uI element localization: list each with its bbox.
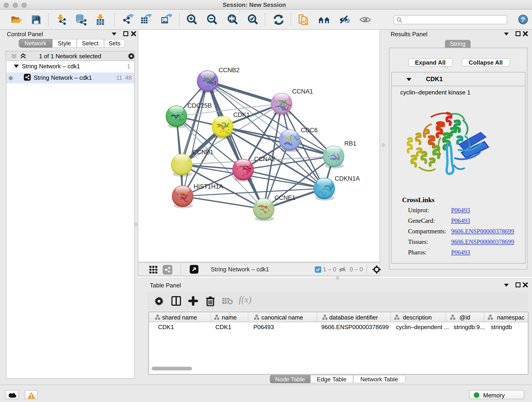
svg-text:CDKN1A: CDKN1A <box>335 175 360 182</box>
svg-text:CDK1: CDK1 <box>233 111 250 118</box>
svg-text:CCNA2: CCNA2 <box>254 156 275 162</box>
svg-text:CCNE1: CCNE1 <box>274 194 296 201</box>
svg-text:RB1: RB1 <box>344 140 356 147</box>
svg-text:CDC6: CDC6 <box>301 127 318 134</box>
svg-text:CCNB1: CCNB1 <box>192 149 214 156</box>
svg-text:HIST1H1A: HIST1H1A <box>194 183 223 190</box>
svg-text:CCNB2: CCNB2 <box>219 67 240 74</box>
svg-text:CCNA1: CCNA1 <box>292 88 313 95</box>
svg-text:CDC25B: CDC25B <box>187 102 212 109</box>
